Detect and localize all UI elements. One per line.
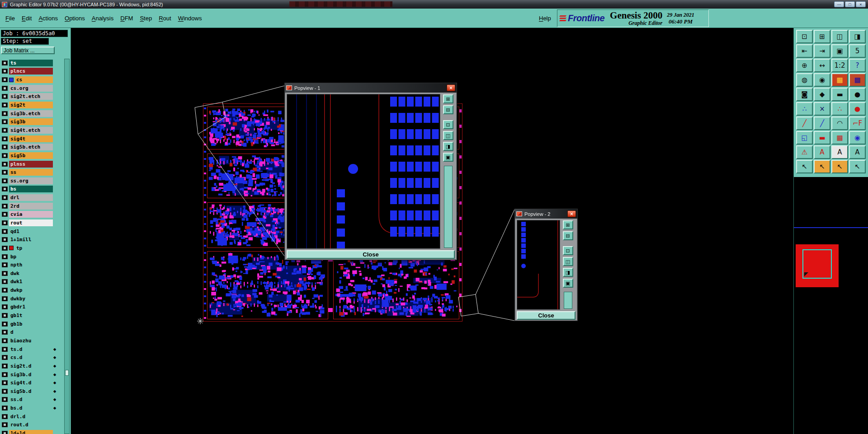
layer-row-tp[interactable]: tp: [0, 244, 63, 252]
menu-rout[interactable]: Rout: [159, 15, 171, 22]
red-bar-button[interactable]: ▬: [814, 131, 830, 145]
panel-view-button[interactable]: ◨: [849, 30, 866, 43]
layer-row-npth[interactable]: npth: [0, 261, 63, 269]
layer-color-swatch[interactable]: [9, 78, 14, 82]
layer-row-ss.org[interactable]: ss.org: [0, 177, 63, 185]
polygon-button[interactable]: ◆: [814, 88, 830, 101]
layer-row-sig4t.etch[interactable]: sig4t.etch: [0, 126, 63, 135]
popview-2-scroll-track[interactable]: [564, 292, 572, 309]
layer-row-rout[interactable]: rout: [0, 219, 63, 227]
highlight-grid-button[interactable]: ▦: [831, 73, 848, 87]
layer-visibility-checkbox[interactable]: [2, 204, 8, 209]
flip-button[interactable]: ⌐F: [849, 117, 866, 130]
layer-visibility-checkbox[interactable]: [2, 322, 8, 327]
layer-row-sig3b.etch[interactable]: sig3b.etch: [0, 109, 63, 118]
scrollbar-thumb[interactable]: [65, 370, 69, 376]
layer-row-sig2t.etch[interactable]: sig2t.etch: [0, 93, 63, 101]
layer-row-d[interactable]: d: [0, 328, 63, 337]
layer-row-ss[interactable]: ss: [0, 168, 63, 177]
pv-pan-icon[interactable]: ◫: [443, 131, 453, 140]
layer-visibility-checkbox[interactable]: [2, 431, 8, 434]
cursor-query-button[interactable]: ↖: [849, 160, 866, 173]
layer-row-cvia[interactable]: cvia: [0, 210, 63, 219]
layer-visibility-checkbox[interactable]: [2, 136, 8, 141]
layer-row-rout.d[interactable]: rout.d: [0, 421, 63, 429]
trace-style-button[interactable]: ▬: [831, 88, 848, 101]
job-indicator[interactable]: Job : 6v0035d5a0: [1, 30, 68, 37]
layer-row-cs[interactable]: cs: [0, 75, 63, 84]
layer-row-1+1mill[interactable]: 1+1mill: [0, 235, 63, 244]
target-button[interactable]: ◉: [814, 73, 830, 87]
layer-row-dwk1[interactable]: dwk1: [0, 278, 63, 286]
window-titlebar[interactable]: Graphic Editor 9.07b2 (00@HY-HYCAM-PC189…: [0, 0, 868, 9]
layer-row-dwk[interactable]: dwk: [0, 269, 63, 278]
layer-row-ts.d[interactable]: ts.d◆: [0, 345, 63, 354]
screen-view-button[interactable]: ⊡: [796, 30, 813, 43]
layer-visibility-checkbox[interactable]: [2, 237, 8, 242]
layer-visibility-checkbox[interactable]: [2, 330, 8, 335]
menu-edit[interactable]: Edit: [22, 15, 32, 22]
layer-row-sig2t.d[interactable]: sig2t.d◆: [0, 362, 63, 370]
layer-visibility-checkbox[interactable]: [2, 296, 8, 301]
layer-row-qd1[interactable]: qd1: [0, 227, 63, 236]
layer-row-ss.d[interactable]: ss.d◆: [0, 396, 63, 404]
popview-2-view[interactable]: [517, 220, 560, 310]
job-matrix-button[interactable]: Job Matrix ...: [1, 47, 55, 54]
pv-sync-icon[interactable]: ▣: [443, 153, 453, 162]
layer-row-sig2t[interactable]: sig2t: [0, 101, 63, 109]
blue-pen-button[interactable]: ╱: [814, 117, 830, 130]
pv-zoom-out-icon[interactable]: ⊟: [563, 231, 573, 240]
help-tool-button[interactable]: ?: [849, 59, 866, 72]
layer-visibility-checkbox[interactable]: [2, 406, 8, 411]
split-view-button[interactable]: ◫: [831, 30, 848, 43]
pv-sync-icon[interactable]: ▣: [563, 279, 573, 288]
layer-visibility-checkbox[interactable]: [2, 397, 8, 402]
layer-visibility-checkbox[interactable]: [2, 61, 8, 65]
blue-ring-button[interactable]: ◉: [849, 131, 866, 145]
layer-visibility-checkbox[interactable]: [2, 162, 8, 167]
pv-zoom-out-icon[interactable]: ⊟: [443, 105, 453, 114]
layer-visibility-checkbox[interactable]: [2, 220, 8, 225]
minimize-button[interactable]: —: [834, 1, 844, 7]
layer-row-sig3b.d[interactable]: sig3b.d◆: [0, 370, 63, 379]
menu-file[interactable]: File: [5, 15, 15, 22]
layer-visibility-checkbox[interactable]: [2, 262, 8, 267]
layer-row-cs.d[interactable]: cs.d◆: [0, 353, 63, 362]
layer-row-plncs[interactable]: plncs: [0, 67, 63, 76]
point-red-button[interactable]: ●: [849, 102, 866, 116]
popview-1-close-x[interactable]: ×: [447, 84, 455, 91]
pv-pan-icon[interactable]: ◫: [563, 257, 573, 266]
layer-visibility-checkbox[interactable]: [2, 111, 8, 116]
pv-center-icon[interactable]: ◨: [563, 268, 573, 277]
layer-visibility-checkbox[interactable]: [2, 380, 8, 385]
popview-1-scroll-track[interactable]: [444, 166, 453, 248]
globe-button[interactable]: ◍: [796, 73, 813, 87]
layer-list-scrollbar[interactable]: [64, 59, 70, 434]
layer-visibility-checkbox[interactable]: [2, 86, 8, 91]
layer-row-2rd[interactable]: 2rd: [0, 202, 63, 210]
layer-row-dwkby[interactable]: dwkby: [0, 294, 63, 303]
zoom-home-button[interactable]: ⊕: [796, 59, 813, 72]
popview-2-close-x[interactable]: ×: [567, 210, 576, 217]
menu-actions[interactable]: Actions: [38, 15, 58, 22]
menu-options[interactable]: Options: [65, 15, 85, 22]
layer-visibility-checkbox[interactable]: [2, 94, 8, 99]
pv-fit-icon[interactable]: ⊡: [443, 120, 453, 129]
layer-visibility-checkbox[interactable]: [2, 372, 8, 377]
layer-color-swatch[interactable]: [9, 246, 14, 250]
cursor-alt-button[interactable]: ↖: [814, 160, 830, 173]
layer-visibility-checkbox[interactable]: [2, 414, 8, 419]
layer-row-sig4t.d[interactable]: sig4t.d◆: [0, 378, 63, 387]
layer-visibility-checkbox[interactable]: [2, 119, 8, 124]
letter-a-red-button[interactable]: A: [814, 145, 830, 159]
arc-button[interactable]: ◠: [831, 117, 848, 130]
layer-visibility-checkbox[interactable]: [2, 288, 8, 293]
pv-zoom-in-icon[interactable]: ⊞: [443, 94, 453, 103]
warn-triangle-button[interactable]: ⚠: [796, 145, 813, 159]
layer-visibility-checkbox[interactable]: [2, 246, 8, 251]
overview-highlight-rect[interactable]: [796, 244, 839, 287]
layer-row-bs.d[interactable]: bs.d◆: [0, 404, 63, 412]
layer-row-dwkp[interactable]: dwkp: [0, 286, 63, 294]
layer-visibility-checkbox[interactable]: [2, 304, 8, 309]
popview-1-titlebar[interactable]: Popview - 1 ×: [285, 83, 457, 93]
